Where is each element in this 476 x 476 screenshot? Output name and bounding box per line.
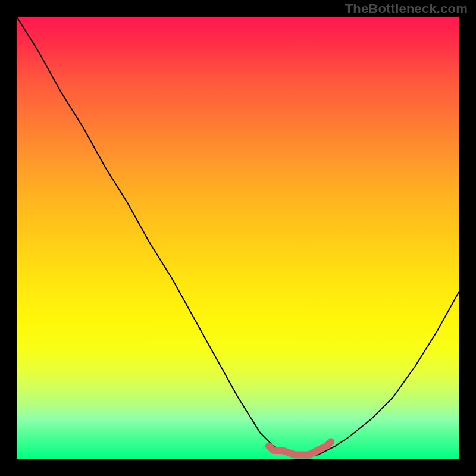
attribution-text: TheBottleneck.com (345, 1, 468, 17)
plot-overlay (17, 17, 459, 459)
bottleneck-curve (17, 17, 459, 455)
chart-frame: TheBottleneck.com (0, 0, 476, 476)
plot-area (17, 17, 459, 459)
